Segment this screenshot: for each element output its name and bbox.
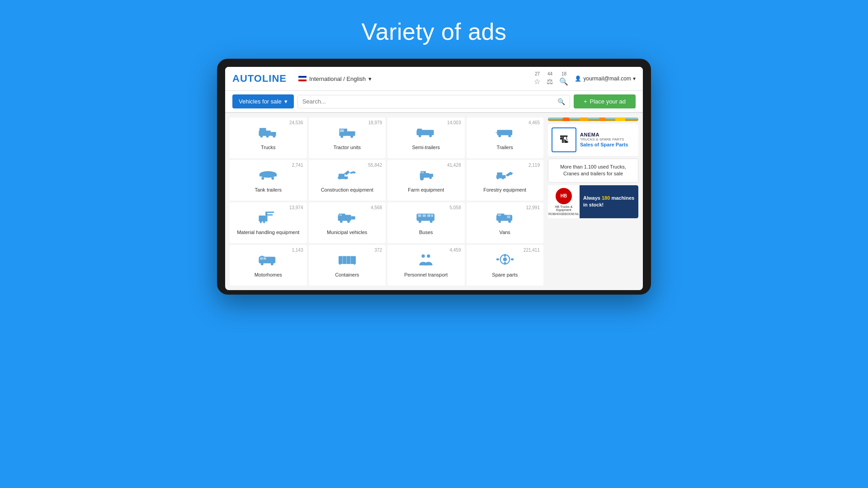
main-content: 24,536 Trucks xyxy=(225,113,643,290)
svg-point-2 xyxy=(260,135,263,138)
svg-rect-36 xyxy=(497,173,502,176)
spare-parts-label: Spare parts xyxy=(492,272,518,278)
svg-rect-51 xyxy=(423,214,426,217)
tank-trailer-icon xyxy=(258,167,278,185)
trailers-count: 4,465 xyxy=(528,120,540,125)
farm-label: Farm equipment xyxy=(408,187,444,193)
excavator-icon xyxy=(337,167,357,185)
svg-rect-71 xyxy=(339,263,340,265)
ad-anema[interactable]: 🏗 ANEMA TRUCKS & SPARE PARTS Sales of Sp… xyxy=(548,124,638,156)
vehicles-for-sale-button[interactable]: Vehicles for sale ▾ xyxy=(232,94,294,108)
trailer-icon xyxy=(495,125,515,142)
anema-logo: 🏗 xyxy=(552,127,576,152)
svg-point-65 xyxy=(261,263,264,266)
svg-rect-12 xyxy=(417,129,422,131)
category-semi-trailers[interactable]: 14,003 Semi-trailers xyxy=(387,117,465,158)
svg-rect-59 xyxy=(507,216,510,218)
svg-point-4 xyxy=(273,135,276,138)
category-farm[interactable]: 41,428 Farm equipment xyxy=(387,160,465,201)
category-tractor-units[interactable]: 18,979 Tractor units xyxy=(309,117,386,158)
ad-machinery[interactable] xyxy=(548,117,638,121)
trailers-label: Trailers xyxy=(497,144,513,150)
bus-icon xyxy=(416,210,436,227)
semi-trailer-icon xyxy=(416,125,436,142)
vans-count: 12,991 xyxy=(526,205,540,210)
category-trailers[interactable]: 4,465 Trailers xyxy=(467,117,544,158)
van-icon xyxy=(495,210,515,227)
svg-rect-52 xyxy=(427,214,430,217)
svg-point-14 xyxy=(429,135,432,137)
anema-text: ANEMA TRUCKS & SPARE PARTS Sales of Spar… xyxy=(580,132,635,148)
forestry-count: 2,119 xyxy=(528,163,540,168)
favorites-icon-group[interactable]: 27 ☆ xyxy=(534,71,540,86)
tablet-screen: AUTOLINE International / English ▾ 27 ☆ … xyxy=(225,67,643,290)
svg-rect-79 xyxy=(496,258,499,260)
user-email: yourmail@mail.com xyxy=(583,75,631,82)
ad-trucks[interactable]: More than 1.100 used Trucks, Cranes and … xyxy=(548,159,638,183)
category-forestry[interactable]: 2,119 Forestry equipment xyxy=(467,160,544,201)
ad-robhogeboom[interactable]: HB HB Trucks & Equipment ROBHOGEBOOM.NL … xyxy=(548,185,638,218)
user-chevron-icon: ▾ xyxy=(633,75,636,82)
category-vans[interactable]: 12,991 Vans xyxy=(467,202,544,243)
header-actions: 27 ☆ 44 ⚖ 18 🔍 👤 yourmail@mail.com ▾ xyxy=(534,71,636,86)
favorites-count: 27 xyxy=(535,71,540,76)
category-motorhomes[interactable]: 1,143 Motorhomes xyxy=(230,245,307,286)
category-trucks[interactable]: 24,536 Trucks xyxy=(230,117,307,158)
category-containers[interactable]: 372 Containers xyxy=(309,245,386,286)
language-selector[interactable]: International / English ▾ xyxy=(298,75,372,82)
svg-point-54 xyxy=(419,221,421,223)
search-input[interactable] xyxy=(302,98,557,105)
personnel-icon xyxy=(416,252,436,270)
svg-point-41 xyxy=(260,221,262,223)
category-municipal[interactable]: 4,568 Municipal vehicles xyxy=(309,202,386,243)
svg-rect-37 xyxy=(259,216,266,221)
svg-rect-39 xyxy=(268,212,274,213)
svg-point-74 xyxy=(427,254,430,258)
svg-point-34 xyxy=(496,178,498,179)
trucks-count: 24,536 xyxy=(289,120,303,125)
search-submit-icon[interactable]: 🔍 xyxy=(557,98,565,105)
spare-parts-count: 221,411 xyxy=(524,248,540,253)
user-menu[interactable]: 👤 yourmail@mail.com ▾ xyxy=(575,75,636,82)
municipal-label: Municipal vehicles xyxy=(327,229,367,235)
tractor-unit-icon xyxy=(337,125,357,142)
spare-parts-icon xyxy=(495,252,515,270)
category-material-handling[interactable]: 13,974 Material handling equipment xyxy=(230,202,307,243)
vans-label: Vans xyxy=(500,229,510,235)
compare-icon-group[interactable]: 44 ⚖ xyxy=(547,71,553,86)
svg-point-10 xyxy=(350,136,353,138)
svg-point-16 xyxy=(498,135,501,137)
svg-rect-6 xyxy=(347,131,355,136)
semi-trailers-label: Semi-trailers xyxy=(412,144,440,150)
material-handling-label: Material handling equipment xyxy=(237,229,299,235)
svg-rect-50 xyxy=(418,214,421,217)
municipal-icon xyxy=(337,210,357,227)
robhoge-number: 180 xyxy=(602,195,610,201)
svg-point-13 xyxy=(419,135,421,137)
svg-rect-32 xyxy=(429,174,433,177)
sidebar-ads: 🏗 ANEMA TRUCKS & SPARE PARTS Sales of Sp… xyxy=(548,117,638,286)
search-icon-group[interactable]: 18 🔍 xyxy=(559,71,568,86)
place-ad-button[interactable]: + Place your ad xyxy=(574,94,636,108)
svg-rect-29 xyxy=(421,172,424,174)
svg-rect-38 xyxy=(265,212,267,222)
tank-trailers-label: Tank trailers xyxy=(255,187,282,193)
machinery-image xyxy=(548,117,638,121)
compare-count: 44 xyxy=(547,71,552,76)
svg-point-76 xyxy=(503,258,507,262)
chevron-down-icon: ▾ xyxy=(368,75,372,82)
category-personnel[interactable]: 4,459 Personnel transport xyxy=(387,245,465,286)
category-construction[interactable]: 55,842 Construction equipment xyxy=(309,160,386,201)
svg-point-3 xyxy=(266,135,269,138)
category-spare-parts[interactable]: 221,411 Spare parts xyxy=(467,245,544,286)
svg-point-60 xyxy=(498,221,501,223)
svg-rect-80 xyxy=(511,258,514,260)
page-title: Variety of ads xyxy=(361,18,506,45)
svg-rect-40 xyxy=(268,214,273,216)
category-tank-trailers[interactable]: 2,741 Tank trailers xyxy=(230,160,307,201)
category-buses[interactable]: 5,058 Buses xyxy=(387,202,465,243)
robhoge-site: ROBHOGEBOOM.NL xyxy=(548,212,579,216)
truck-icon xyxy=(258,125,278,142)
container-icon xyxy=(337,252,357,270)
robhoge-content: HB HB Trucks & Equipment ROBHOGEBOOM.NL … xyxy=(548,185,638,218)
